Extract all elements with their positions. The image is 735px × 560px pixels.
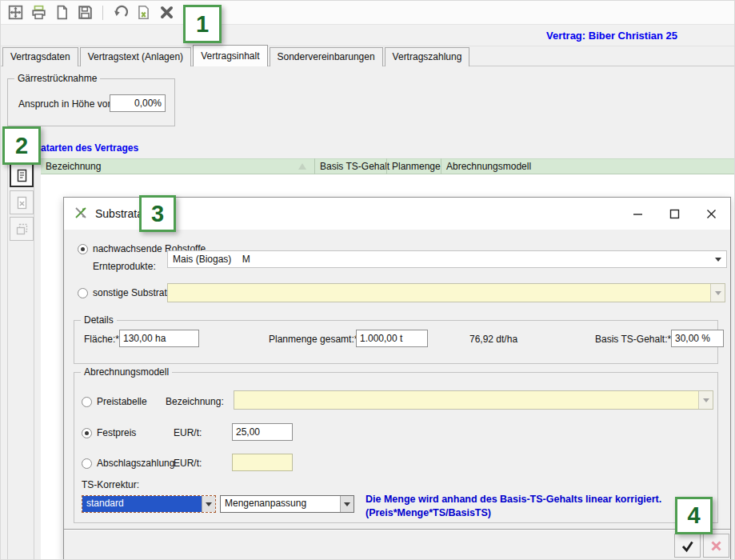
- ertrag-dt-ha-text: 76,92 dt/ha: [469, 334, 517, 345]
- ernteprodukte-combobox[interactable]: Mais (Biogas) M: [167, 250, 727, 268]
- cancel-button[interactable]: [703, 534, 729, 558]
- application-window: Vertrag: Biber Christian 25 Vertragsdate…: [0, 0, 735, 560]
- anspruch-input[interactable]: 0,00%: [110, 94, 166, 112]
- abschlagszahlung-radio[interactable]: [82, 458, 92, 469]
- details-legend: Details: [81, 314, 117, 326]
- festpreis-radio[interactable]: [82, 428, 92, 438]
- ts-korrektur-combobox[interactable]: standard: [82, 495, 216, 513]
- bezeichnung-label: Bezeichnung:: [166, 396, 224, 407]
- planmenge-gesamt-label: Planmenge gesamt:*: [269, 334, 358, 345]
- close-button[interactable]: [705, 207, 717, 220]
- substratart-icon: [74, 206, 88, 222]
- tab-vertragstext-anlagen[interactable]: Vertragstext (Anlagen): [80, 47, 191, 66]
- flaeche-label: Fläche:*: [84, 334, 119, 345]
- gaerrestruecknahme-legend: Gärrestrücknahme: [14, 73, 100, 84]
- anspruch-label: Anspruch in Höhe von: [18, 98, 113, 110]
- festpreis-label: Festpreis: [97, 427, 136, 438]
- bezeichnung-combobox[interactable]: [234, 390, 713, 410]
- sort-ascending-icon: [298, 163, 306, 170]
- new-document-icon[interactable]: [54, 4, 70, 21]
- expand-icon[interactable]: [7, 4, 24, 21]
- basis-ts-gehalt-label: Basis TS-Gehalt:*: [595, 334, 671, 345]
- column-header-basis-ts-gehalt[interactable]: Basis TS-Gehalt: [314, 158, 386, 174]
- save-icon[interactable]: [77, 4, 94, 21]
- dialog-footer: [64, 529, 730, 560]
- column-header-planmenge[interactable]: Planmenge: [386, 158, 441, 174]
- chevron-down-icon: [715, 258, 721, 262]
- sonstige-substratart-radio[interactable]: [78, 288, 88, 298]
- contract-title: Vertrag: Biber Christian 25: [546, 30, 677, 42]
- mengenanpassung-combobox[interactable]: Mengenanpassung: [220, 495, 354, 513]
- print-icon[interactable]: [30, 4, 47, 21]
- column-header-bezeichnung[interactable]: Bezeichnung: [41, 158, 314, 174]
- festpreis-eur-t-label: EUR/t:: [174, 427, 202, 438]
- sonstige-substratart-combobox[interactable]: [167, 283, 725, 302]
- festpreis-input[interactable]: 25,00: [232, 423, 293, 441]
- preistabelle-label: Preistabelle: [97, 396, 147, 407]
- chevron-down-icon: [710, 284, 725, 302]
- ts-korrektur-label: TS-Korrektur:: [82, 479, 139, 490]
- hint-line-2: (Preis*Menge*TS/BasisTS): [366, 506, 661, 520]
- chevron-down-icon: [202, 496, 215, 512]
- column-header-abrechnungsmodell[interactable]: Abrechnungsmodell: [441, 158, 735, 174]
- hint-line-1: Die Menge wird anhand des Basis-TS-Gehal…: [366, 493, 661, 506]
- annotation-2: 2: [2, 126, 41, 165]
- tab-bar: Vertragsdaten Vertragstext (Anlagen) Ver…: [1, 46, 735, 66]
- tab-sondervereinbarungen[interactable]: Sondervereinbarungen: [270, 47, 383, 66]
- annotation-3: 3: [139, 195, 176, 232]
- delete-record-button[interactable]: [10, 190, 34, 214]
- excel-export-icon[interactable]: [135, 4, 152, 21]
- abschlagszahlung-input[interactable]: [232, 454, 293, 471]
- flaeche-input[interactable]: 130,00 ha: [119, 330, 199, 347]
- tab-vertragsinhalt[interactable]: Vertragsinhalt: [193, 45, 267, 66]
- ts-korrektur-hint: Die Menge wird anhand des Basis-TS-Gehal…: [366, 493, 661, 520]
- chevron-down-icon: [340, 496, 354, 512]
- maximize-button[interactable]: [668, 207, 681, 220]
- tab-vertragsdaten[interactable]: Vertragsdaten: [2, 47, 78, 66]
- nachwachsende-rohstoffe-radio[interactable]: [78, 244, 88, 254]
- confirm-button[interactable]: [674, 534, 701, 558]
- basis-ts-gehalt-input[interactable]: 30,00 %: [671, 330, 724, 347]
- ernteprodukte-label: Ernteprodukte:: [93, 261, 156, 272]
- annotation-4: 4: [675, 497, 713, 534]
- main-toolbar: [1, 1, 735, 25]
- tab-vertragszahlung[interactable]: Vertragszahlung: [385, 47, 470, 66]
- chevron-down-icon: [698, 391, 713, 409]
- preistabelle-radio[interactable]: [82, 397, 92, 407]
- abschlagszahlung-label: Abschlagszahlung: [97, 458, 174, 469]
- substratarten-table-header: Bezeichnung Basis TS-Gehalt Planmenge Ab…: [41, 158, 735, 174]
- delete-icon[interactable]: [158, 4, 175, 21]
- abrechnungsmodell-legend: Abrechnungsmodell: [81, 366, 172, 378]
- edit-record-button[interactable]: [10, 163, 34, 187]
- copy-record-button[interactable]: [10, 217, 34, 241]
- planmenge-gesamt-input[interactable]: 1.000,00 t: [356, 330, 428, 347]
- minimize-button[interactable]: [631, 207, 644, 220]
- substratart-dialog: Substratart nachwachsende Rohstoffe Ernt…: [63, 197, 731, 560]
- annotation-1: 1: [183, 5, 222, 43]
- sonstige-substratart-label: sonstige Substratar: [93, 287, 175, 298]
- abschlag-eur-t-label: EUR/t:: [174, 458, 202, 469]
- toolbar-separator: [102, 6, 103, 20]
- undo-icon[interactable]: [112, 4, 129, 21]
